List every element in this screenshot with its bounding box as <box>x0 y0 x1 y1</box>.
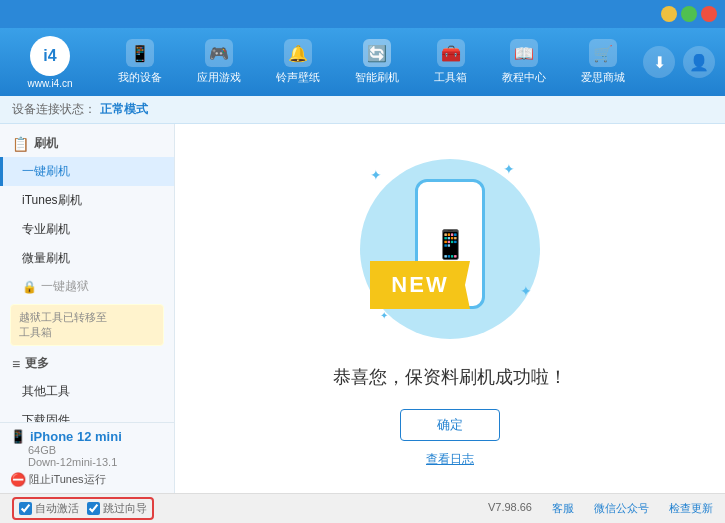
logo: i4 www.i4.cn <box>10 36 90 89</box>
download-button[interactable]: ⬇ <box>643 46 675 78</box>
device-name-row: 📱 iPhone 12 mini <box>10 429 164 444</box>
close-button[interactable] <box>701 6 717 22</box>
nav-label-apps: 应用游戏 <box>197 70 241 85</box>
device-icon: 📱 <box>126 39 154 67</box>
jailbreak-notice-text: 越狱工具已转移至工具箱 <box>19 311 107 338</box>
apps-icon: 🎮 <box>205 39 233 67</box>
nav-item-tools[interactable]: 🧰 工具箱 <box>426 35 475 89</box>
minimize-button[interactable] <box>661 6 677 22</box>
skip-guide-label[interactable]: 跳过向导 <box>87 501 147 516</box>
sidebar-item-other-tools[interactable]: 其他工具 <box>0 377 174 406</box>
nav-item-tutorial[interactable]: 📖 教程中心 <box>494 35 554 89</box>
service-link[interactable]: 客服 <box>552 501 574 516</box>
sidebar-item-one-key[interactable]: 一键刷机 <box>0 157 174 186</box>
sparkle-icon-4: ✦ <box>380 310 388 321</box>
sidebar-item-itunes-flash[interactable]: iTunes刷机 <box>0 186 174 215</box>
new-badge: NEW <box>370 261 470 309</box>
bottom-bar: 自动激活 跳过向导 V7.98.66 客服 微信公众号 检查更新 <box>0 493 725 523</box>
titlebar <box>0 0 725 28</box>
sidebar-group-more-label: 更多 <box>25 355 49 372</box>
checkbox-group: 自动激活 跳过向导 <box>12 497 154 520</box>
nav-label-smart: 智能刷机 <box>355 70 399 85</box>
store-icon: 🛒 <box>589 39 617 67</box>
nav-item-ringtone[interactable]: 🔔 铃声壁纸 <box>268 35 328 89</box>
checkbox-redbox: 自动激活 跳过向导 <box>12 497 154 520</box>
sidebar-group-flash: 📋 刷机 <box>0 130 174 157</box>
nav-item-store[interactable]: 🛒 爱思商城 <box>573 35 633 89</box>
sidebar-item-pro-flash[interactable]: 专业刷机 <box>0 215 174 244</box>
success-illustration: ✦ ✦ ✦ ✦ 📱 NEW <box>350 149 550 349</box>
itunes-label: 阻止iTunes运行 <box>29 472 106 487</box>
jailbreak-notice: 越狱工具已转移至工具箱 <box>10 304 164 346</box>
maximize-button[interactable] <box>681 6 697 22</box>
skip-guide-text: 跳过向导 <box>103 501 147 516</box>
header-right-buttons: ⬇ 👤 <box>643 46 715 78</box>
more-group-icon: ≡ <box>12 356 20 372</box>
wechat-link[interactable]: 微信公众号 <box>594 501 649 516</box>
log-link[interactable]: 查看日志 <box>426 451 474 468</box>
status-value: 正常模式 <box>100 101 148 118</box>
nav-label-device: 我的设备 <box>118 70 162 85</box>
itunes-toggle[interactable]: ⛔ 阻止iTunes运行 <box>10 472 164 487</box>
sidebar-item-data-save[interactable]: 微量刷机 <box>0 244 174 273</box>
sidebar-group-more: ≡ 更多 <box>0 350 174 377</box>
nav-label-ringtone: 铃声壁纸 <box>276 70 320 85</box>
nav-bar: 📱 我的设备 🎮 应用游戏 🔔 铃声壁纸 🔄 智能刷机 🧰 工具箱 📖 <box>100 35 643 89</box>
sparkle-icon-2: ✦ <box>503 161 515 177</box>
user-button[interactable]: 👤 <box>683 46 715 78</box>
content-area: ✦ ✦ ✦ ✦ 📱 NEW 恭喜您，保资料刷机成功啦！ 确定 查看日志 <box>175 124 725 493</box>
auto-send-text: 自动激活 <box>35 501 79 516</box>
update-link[interactable]: 检查更新 <box>669 501 713 516</box>
nav-label-tools: 工具箱 <box>434 70 467 85</box>
tools-icon: 🧰 <box>437 39 465 67</box>
device-icon: 📱 <box>10 429 26 444</box>
status-prefix: 设备连接状态： <box>12 101 96 118</box>
nav-label-store: 爱思商城 <box>581 70 625 85</box>
logo-subtitle: www.i4.cn <box>27 78 72 89</box>
sidebar-group-jailbreak: 🔒 一键越狱 <box>0 273 174 300</box>
sparkle-icon-3: ✦ <box>520 283 532 299</box>
sparkle-icon-1: ✦ <box>370 167 382 183</box>
flash-group-icon: 📋 <box>12 136 29 152</box>
nav-item-smart[interactable]: 🔄 智能刷机 <box>347 35 407 89</box>
tutorial-icon: 📖 <box>510 39 538 67</box>
jailbreak-label: 一键越狱 <box>41 278 89 295</box>
logo-icon: i4 <box>30 36 70 76</box>
version-label: V7.98.66 <box>488 501 532 516</box>
device-model: Down-12mini-13.1 <box>10 456 164 468</box>
bottom-right: V7.98.66 客服 微信公众号 检查更新 <box>488 501 713 516</box>
skip-guide-checkbox[interactable] <box>87 502 100 515</box>
device-name: iPhone 12 mini <box>30 429 122 444</box>
lock-icon: 🔒 <box>22 280 37 294</box>
nav-item-apps[interactable]: 🎮 应用游戏 <box>189 35 249 89</box>
device-panel: 📱 iPhone 12 mini 64GB Down-12mini-13.1 ⛔… <box>0 422 175 493</box>
itunes-icon: ⛔ <box>10 472 26 487</box>
ringtone-icon: 🔔 <box>284 39 312 67</box>
device-storage: 64GB <box>10 444 164 456</box>
auto-send-checkbox[interactable] <box>19 502 32 515</box>
header: i4 www.i4.cn 📱 我的设备 🎮 应用游戏 🔔 铃声壁纸 🔄 智能刷机 <box>0 28 725 96</box>
bottom-left: 自动激活 跳过向导 <box>12 497 154 520</box>
auto-send-label[interactable]: 自动激活 <box>19 501 79 516</box>
confirm-button[interactable]: 确定 <box>400 409 500 441</box>
nav-item-device[interactable]: 📱 我的设备 <box>110 35 170 89</box>
status-bar: 设备连接状态： 正常模式 <box>0 96 725 124</box>
nav-label-tutorial: 教程中心 <box>502 70 546 85</box>
sidebar-group-flash-label: 刷机 <box>34 135 58 152</box>
success-title: 恭喜您，保资料刷机成功啦！ <box>333 365 567 389</box>
smart-icon: 🔄 <box>363 39 391 67</box>
